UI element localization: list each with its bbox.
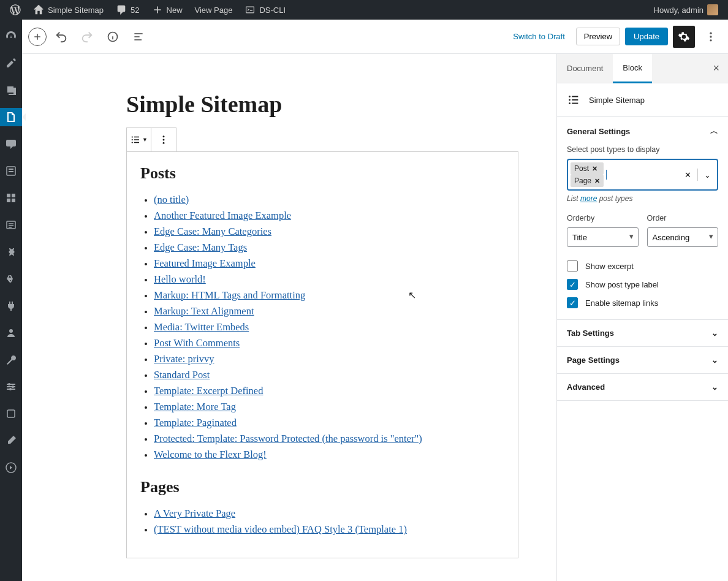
posts-list: (no title)Another Featured Image Example… xyxy=(140,194,504,461)
sitemap-link[interactable]: Markup: HTML Tags and Formatting xyxy=(154,289,305,301)
post-types-multiselect[interactable]: Post ✕Page ✕ ✕ ⌄ xyxy=(567,159,718,191)
sitemap-link[interactable]: Markup: Text Alignment xyxy=(154,305,254,317)
preview-button[interactable]: Preview xyxy=(576,28,620,45)
info-button[interactable] xyxy=(102,26,124,48)
menu-item-6[interactable] xyxy=(0,189,22,207)
menu-appearance[interactable] xyxy=(0,270,22,288)
sitemap-link[interactable]: Template: Paginated xyxy=(154,417,237,428)
sitemap-link[interactable]: Template: Excerpt Defined xyxy=(154,385,263,397)
comments-count: 52 xyxy=(131,6,139,15)
dscli-link[interactable]: DS-CLI xyxy=(240,0,290,20)
orderby-select[interactable]: Title xyxy=(567,227,639,247)
menu-plugins[interactable] xyxy=(0,297,22,315)
menu-media[interactable] xyxy=(0,81,22,99)
post-type-tag: Page ✕ xyxy=(571,175,604,187)
editor-canvas[interactable]: Simple Sitemap ▼ Posts (no title)Another… xyxy=(22,54,556,581)
list-item: Hello world! xyxy=(154,273,504,286)
sitemap-link[interactable]: Featured Image Example xyxy=(154,257,256,269)
menu-users[interactable] xyxy=(0,324,22,342)
svg-point-31 xyxy=(163,135,165,137)
sitemap-link[interactable]: Hello world! xyxy=(154,273,206,285)
chevron-up-icon: ︿ xyxy=(710,126,718,137)
inspector-close-button[interactable]: × xyxy=(704,54,728,83)
add-block-button[interactable] xyxy=(28,28,47,46)
panel-general-toggle[interactable]: General Settings︿ xyxy=(557,117,728,145)
list-icon xyxy=(567,93,580,107)
list-item: (no title) xyxy=(154,194,504,206)
wp-logo[interactable] xyxy=(5,0,26,20)
settings-toggle-button[interactable] xyxy=(673,26,695,48)
block-type-button[interactable]: ▼ xyxy=(127,128,151,151)
sitemap-link[interactable]: A Very Private Page xyxy=(154,507,235,519)
sitemap-link[interactable]: Media: Twitter Embeds xyxy=(154,321,249,333)
svg-rect-39 xyxy=(572,103,578,104)
sitemap-link[interactable]: Another Featured Image Example xyxy=(154,210,291,221)
remove-tag-icon[interactable]: ✕ xyxy=(592,165,597,173)
sitemap-link[interactable]: Standard Post xyxy=(154,369,210,381)
svg-point-23 xyxy=(710,36,711,37)
checkbox-show-label-label: Show post type label xyxy=(585,280,659,289)
menu-posts[interactable] xyxy=(0,54,22,72)
sitemap-link[interactable]: Edge Case: Many Tags xyxy=(154,241,247,253)
menu-collapse[interactable] xyxy=(0,458,22,477)
sitemap-link[interactable]: Private: privvy xyxy=(154,353,214,365)
panel-page-toggle[interactable]: Page Settings⌄ xyxy=(557,347,728,373)
list-item: Markup: Text Alignment xyxy=(154,305,504,317)
switch-to-draft-button[interactable]: Switch to Draft xyxy=(507,28,571,45)
tab-document[interactable]: Document xyxy=(557,54,613,83)
svg-point-14 xyxy=(12,385,14,388)
checkbox-show-label[interactable]: ✓ xyxy=(567,279,578,290)
view-page-link[interactable]: View Page xyxy=(190,0,238,20)
sitemap-link[interactable]: (TEST without media video embed) FAQ Sty… xyxy=(154,523,407,535)
menu-item-8[interactable] xyxy=(0,243,22,261)
menu-settings[interactable] xyxy=(0,378,22,396)
svg-point-27 xyxy=(132,139,133,140)
chevron-down-icon[interactable]: ⌄ xyxy=(704,170,711,180)
list-item: Template: More Tag xyxy=(154,401,504,413)
posts-heading: Posts xyxy=(140,164,504,183)
new-link[interactable]: New xyxy=(147,0,188,20)
panel-advanced-toggle[interactable]: Advanced⌄ xyxy=(557,374,728,400)
comments-link[interactable]: 52 xyxy=(111,0,144,20)
outline-button[interactable] xyxy=(127,26,150,48)
svg-rect-0 xyxy=(246,7,254,13)
order-select[interactable]: Ascending xyxy=(647,227,719,247)
sitemap-link[interactable]: Welcome to the Flexr Blog! xyxy=(154,449,267,460)
menu-comments[interactable] xyxy=(0,135,22,153)
menu-dashboard[interactable] xyxy=(0,27,22,45)
howdy-link[interactable]: Howdy, admin xyxy=(649,0,723,20)
more-menu-button[interactable] xyxy=(700,26,722,48)
menu-pages[interactable] xyxy=(0,108,22,126)
clear-all-icon[interactable]: ✕ xyxy=(684,170,691,180)
checkbox-enable-links[interactable]: ✓ xyxy=(567,297,578,308)
sitemap-link[interactable]: Edge Case: Many Categories xyxy=(154,226,271,237)
checkbox-enable-links-label: Enable sitemap links xyxy=(585,298,658,308)
update-button[interactable]: Update xyxy=(625,28,668,45)
plus-icon xyxy=(152,4,163,15)
sitemap-link[interactable]: Post With Comments xyxy=(154,337,240,349)
menu-item-7[interactable] xyxy=(0,216,22,234)
list-item: Edge Case: Many Tags xyxy=(154,241,504,254)
sitemap-link[interactable]: (no title) xyxy=(154,194,189,205)
menu-item-15[interactable] xyxy=(0,431,22,450)
sitemap-link[interactable]: Template: More Tag xyxy=(154,401,236,412)
sitemap-block[interactable]: Posts (no title)Another Featured Image E… xyxy=(126,151,518,558)
site-name-link[interactable]: Simple Sitemap xyxy=(28,0,108,20)
svg-point-22 xyxy=(710,32,711,34)
menu-tools[interactable] xyxy=(0,351,22,369)
checkbox-show-excerpt[interactable] xyxy=(567,260,578,272)
more-post-types-link[interactable]: more xyxy=(580,194,597,203)
menu-item-5[interactable] xyxy=(0,162,22,180)
tab-block[interactable]: Block xyxy=(613,54,652,83)
site-name-text: Simple Sitemap xyxy=(48,6,104,15)
panel-tab-toggle[interactable]: Tab Settings⌄ xyxy=(557,320,728,346)
list-item: (TEST without media video embed) FAQ Sty… xyxy=(154,523,504,536)
svg-rect-5 xyxy=(12,194,15,197)
sitemap-link[interactable]: Protected: Template: Password Protected … xyxy=(154,433,422,444)
page-title[interactable]: Simple Sitemap xyxy=(126,91,518,118)
redo-button[interactable] xyxy=(76,26,98,48)
undo-button[interactable] xyxy=(50,26,72,48)
block-more-button[interactable] xyxy=(151,128,176,151)
remove-tag-icon[interactable]: ✕ xyxy=(594,177,600,185)
menu-item-14[interactable] xyxy=(0,404,22,423)
